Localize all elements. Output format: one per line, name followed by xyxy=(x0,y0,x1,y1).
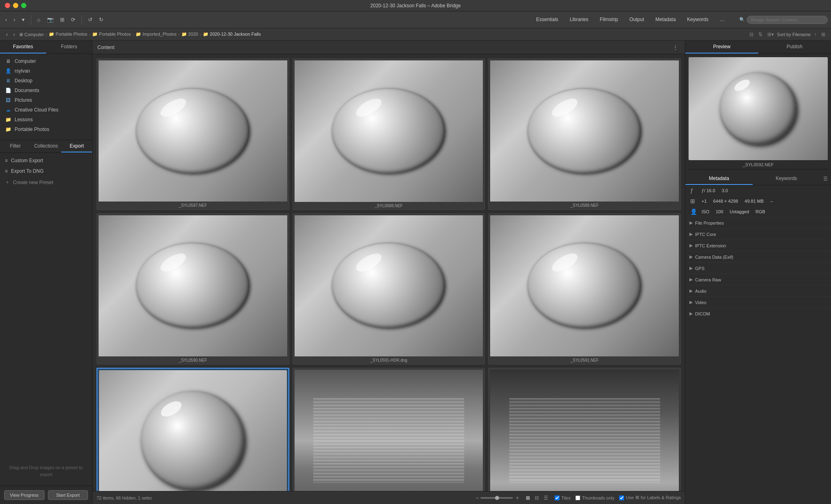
custom-export-label: Custom Export xyxy=(11,158,43,163)
labels-checkbox[interactable] xyxy=(619,495,624,500)
maximize-button[interactable] xyxy=(21,3,26,8)
tab-folders[interactable]: Folders xyxy=(46,41,93,54)
custom-export-icon: ≡ xyxy=(5,158,8,163)
export-custom[interactable]: ≡ Custom Export xyxy=(0,155,92,166)
waterfall-bg xyxy=(490,370,679,491)
search-input[interactable] xyxy=(747,16,828,24)
breadcrumb-portable1[interactable]: 📁 Portable Photos xyxy=(49,32,87,37)
grid-view-btn[interactable]: ⊞ xyxy=(524,494,532,502)
create-preset[interactable]: ＋ Create new Preset xyxy=(0,176,92,188)
photo-cell-syl0588[interactable]: _SYL0588.NEF xyxy=(293,58,485,210)
minimize-button[interactable] xyxy=(13,3,18,8)
photo-cell-syl0590[interactable]: ⊞ ⇥ _SYL0590.NEF xyxy=(97,213,289,365)
nav-more[interactable]: … xyxy=(714,11,730,28)
tab-keywords[interactable]: Keywords xyxy=(753,173,820,185)
video-header[interactable]: ▶ Video xyxy=(685,297,831,308)
gps-header[interactable]: ▶ GPS xyxy=(685,263,831,274)
photo-cell-waterfall2[interactable] xyxy=(488,368,681,491)
metadata-options[interactable]: ☰ xyxy=(820,173,831,185)
back-nav[interactable]: ‹ xyxy=(4,30,10,39)
photo-cell-waterfall1[interactable] xyxy=(293,368,485,491)
view-progress-button[interactable]: View Progress xyxy=(4,490,45,500)
iptc-core-header[interactable]: ▶ IPTC Core xyxy=(685,229,831,240)
sidebar-item-portable-photos[interactable]: 📁 Portable Photos xyxy=(0,124,92,134)
content-title: Content xyxy=(97,45,114,50)
photo-cell-syl0589[interactable]: _SYL0589.NEF xyxy=(488,58,681,210)
photo-cell-syl0591[interactable]: _SYL0591.NEF xyxy=(488,213,681,365)
photo-cell-syl0592[interactable]: ⊞ ⇥ _SYL0592.NEF xyxy=(97,368,289,491)
pictures-icon: 🖼 xyxy=(5,97,11,103)
tab-preview[interactable]: Preview xyxy=(685,41,758,54)
breadcrumb-current[interactable]: 📁 2020-12-30 Jackson Falls xyxy=(203,32,261,37)
tab-collections[interactable]: Collections xyxy=(31,140,62,152)
zoom-in-button[interactable]: ＋ xyxy=(515,494,520,502)
exposure-value: 3.0 xyxy=(722,188,728,193)
start-export-button[interactable]: Start Export xyxy=(48,490,88,500)
thumbnails-checkbox-label[interactable]: Thumbnails only xyxy=(575,495,614,500)
portable-icon: 📁 xyxy=(5,127,11,132)
sort-direction[interactable]: ↑ xyxy=(812,31,818,38)
sidebar-item-rsylvan[interactable]: 👤 rsylvan xyxy=(0,66,92,76)
audio-header[interactable]: ▶ Audio xyxy=(685,285,831,296)
path-dropdown[interactable]: ▾ xyxy=(20,15,27,24)
sidebar-item-lessons[interactable]: 📁 Lessons xyxy=(0,115,92,124)
nav-essentials[interactable]: Essentials xyxy=(530,11,564,28)
view-toggle[interactable]: ⊞ xyxy=(820,31,827,38)
export-dng[interactable]: ≡ Export To DNG xyxy=(0,166,92,176)
forward-nav[interactable]: › xyxy=(11,30,17,39)
nav-output[interactable]: Output xyxy=(624,11,650,28)
expand-icon: ▶ xyxy=(689,288,693,294)
tab-metadata[interactable]: Metadata xyxy=(685,173,753,185)
breadcrumb-portable2[interactable]: 📁 Portable Photos xyxy=(92,32,131,37)
close-button[interactable] xyxy=(5,3,10,8)
redo-button[interactable]: ↻ xyxy=(97,15,105,24)
nav-keywords[interactable]: Keywords xyxy=(681,11,714,28)
forward-button[interactable]: › xyxy=(11,15,17,24)
zoom-out-button[interactable]: − xyxy=(476,495,479,501)
list-view-btn[interactable]: ☰ xyxy=(542,494,550,502)
breadcrumb-computer[interactable]: 🖥 Computer xyxy=(19,32,44,37)
tab-publish[interactable]: Publish xyxy=(758,41,831,54)
camera-button[interactable]: 📷 xyxy=(45,15,56,24)
section-label: GPS xyxy=(695,266,704,271)
tab-filter[interactable]: Filter xyxy=(0,140,31,152)
nav-libraries[interactable]: Libraries xyxy=(564,11,594,28)
undo-button[interactable]: ↺ xyxy=(86,15,95,24)
camera-raw-header[interactable]: ▶ Camera Raw xyxy=(685,274,831,285)
iptc-extension-header[interactable]: ▶ IPTC Extension xyxy=(685,240,831,251)
status-info: 72 items, 66 hidden, 1 selec xyxy=(97,495,152,500)
tiles-checkbox-label[interactable]: Tiles xyxy=(555,495,571,500)
back-button[interactable]: ‹ xyxy=(3,15,9,24)
dicom-header[interactable]: ▶ DICOM xyxy=(685,308,831,319)
thumbnail-view-btn[interactable]: ⊟ xyxy=(533,494,540,502)
tab-favorites[interactable]: Favorites xyxy=(0,41,46,54)
home-button[interactable]: ⌂ xyxy=(35,15,43,24)
nav-metadata[interactable]: Metadata xyxy=(650,11,681,28)
filter-icon[interactable]: ⊟ xyxy=(748,31,755,38)
sidebar-item-creative-cloud[interactable]: ☁ Creative Cloud Files xyxy=(0,105,92,115)
sidebar-item-computer[interactable]: 🖥 Computer xyxy=(0,56,92,66)
tiles-checkbox[interactable] xyxy=(555,495,560,500)
photo-cell-syl0591hdr[interactable]: ⊞ ⇥ _SYL0591-HDR.dng xyxy=(293,213,485,365)
sidebar-item-documents[interactable]: 📄 Documents xyxy=(0,86,92,95)
file-properties-header[interactable]: ▶ File Properties xyxy=(685,217,831,228)
sidebar-item-desktop[interactable]: 🖥 Desktop xyxy=(0,76,92,86)
tab-export[interactable]: Export xyxy=(61,140,92,152)
crystal-ball-bg xyxy=(99,215,287,356)
content-options[interactable]: ⋮ xyxy=(671,43,680,51)
photo-thumb xyxy=(490,370,679,491)
workspace-switcher[interactable]: ⊞▾ xyxy=(766,31,775,38)
breadcrumb-imported[interactable]: 📁 Imported_Photos xyxy=(136,32,177,37)
zoom-slider[interactable] xyxy=(480,497,513,499)
nav-filmstrip[interactable]: Filmstrip xyxy=(594,11,624,28)
window-title: 2020-12-30 Jackson Falls – Adobe Bridge xyxy=(370,3,461,9)
sort-tools[interactable]: ⇅ xyxy=(757,31,764,38)
camera-data-header[interactable]: ▶ Camera Data (Exif) xyxy=(685,251,831,262)
grid-view-button[interactable]: ⊞ xyxy=(58,15,67,24)
thumbnails-checkbox[interactable] xyxy=(575,495,580,500)
labels-checkbox-label[interactable]: Use ⌘ for Labels & Ratings xyxy=(619,495,681,500)
photo-cell-syl0587[interactable]: _SYL0587.NEF xyxy=(97,58,289,210)
review-button[interactable]: ⟳ xyxy=(69,15,78,24)
breadcrumb-2020[interactable]: 📁 2020 xyxy=(181,32,198,37)
sidebar-item-pictures[interactable]: 🖼 Pictures xyxy=(0,95,92,105)
